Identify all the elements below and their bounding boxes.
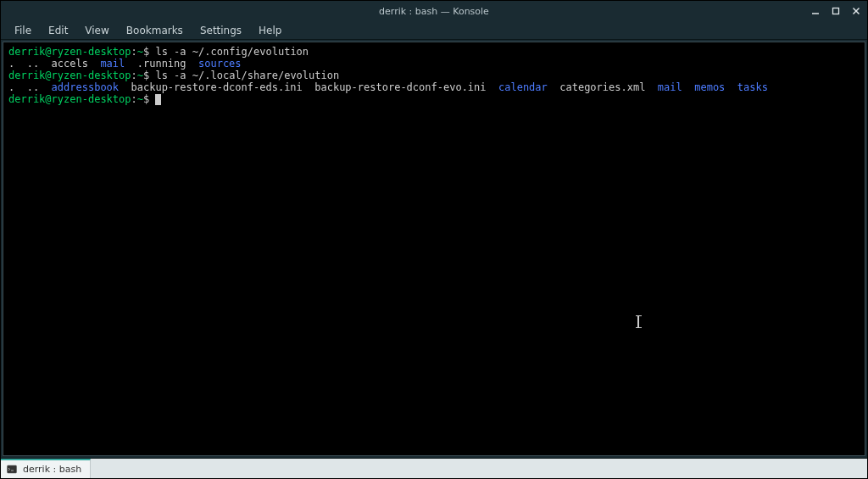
tab-label: derrik : bash [23,464,81,475]
cursor-block-icon [155,94,161,105]
ls-dir: tasks [737,81,768,93]
prompt-at: @ [45,70,51,81]
command-text: ls -a ~/.config/evolution [149,46,309,58]
svg-rect-1 [833,8,839,14]
prompt-path: ~ [137,93,143,105]
prompt-user: derrik [8,46,45,58]
tab-active[interactable]: derrik : bash [1,459,91,478]
terminal-line: derrik@ryzen-desktop:~$ ls -a ~/.local/s… [8,70,860,81]
close-button[interactable] [850,5,862,17]
terminal[interactable]: derrik@ryzen-desktop:~$ ls -a ~/.config/… [3,42,865,456]
prompt-path: ~ [137,70,143,81]
ls-dir: memos [694,81,725,93]
ls-dir: addressbook [52,81,119,93]
command-text [149,93,155,105]
prompt-at: @ [45,46,51,58]
text-cursor-icon [637,315,639,328]
menu-edit[interactable]: Edit [42,23,75,38]
prompt-user: derrik [8,70,45,81]
prompt-host: ryzen-desktop [52,46,131,58]
prompt-path: ~ [137,46,143,58]
menu-bookmarks[interactable]: Bookmarks [120,23,190,38]
ls-dir: mail [658,81,682,93]
tabbar: derrik : bash [1,458,867,478]
ls-dir: mail [100,58,125,70]
terminal-line: derrik@ryzen-desktop:~$ [8,93,860,105]
maximize-button[interactable] [830,5,842,17]
command-text: ls -a ~/.local/share/evolution [149,70,339,81]
titlebar[interactable]: derrik : bash — Konsole [1,1,867,21]
ls-entry: . .. [8,81,52,93]
terminal-line: . .. accels mail .running sources [8,58,860,70]
menu-view[interactable]: View [78,23,115,38]
ls-entry [725,81,737,93]
terminal-icon [6,464,18,476]
prompt-user: derrik [8,93,45,105]
prompt-at: @ [45,93,51,105]
prompt-host: ryzen-desktop [52,93,131,105]
prompt-sep: : [131,46,137,58]
ls-entry: .running [125,58,198,70]
svg-rect-4 [8,465,17,473]
menubar: File Edit View Bookmarks Settings Help [1,21,867,40]
ls-entry: accels [52,58,101,70]
ls-dir: calendar [498,81,548,93]
window-title: derrik : bash — Konsole [379,6,489,17]
terminal-line: derrik@ryzen-desktop:~$ ls -a ~/.config/… [8,46,860,58]
ls-entry: categories.xml [548,81,658,93]
ls-entry [682,81,694,93]
prompt-host: ryzen-desktop [52,70,131,81]
ls-entry: . .. [8,58,52,70]
konsole-window: derrik : bash — Konsole File Edit View B… [0,0,868,479]
ls-dir: sources [198,58,242,70]
terminal-line: . .. addressbook backup-restore-dconf-ed… [8,81,860,93]
minimize-button[interactable] [810,5,821,17]
window-controls [810,5,862,17]
ls-entry: backup-restore-dconf-eds.ini backup-rest… [119,81,498,93]
menu-settings[interactable]: Settings [193,23,248,38]
prompt-sep: : [131,93,137,105]
menu-help[interactable]: Help [252,23,288,38]
prompt-sep: : [131,70,137,81]
menu-file[interactable]: File [8,23,38,38]
